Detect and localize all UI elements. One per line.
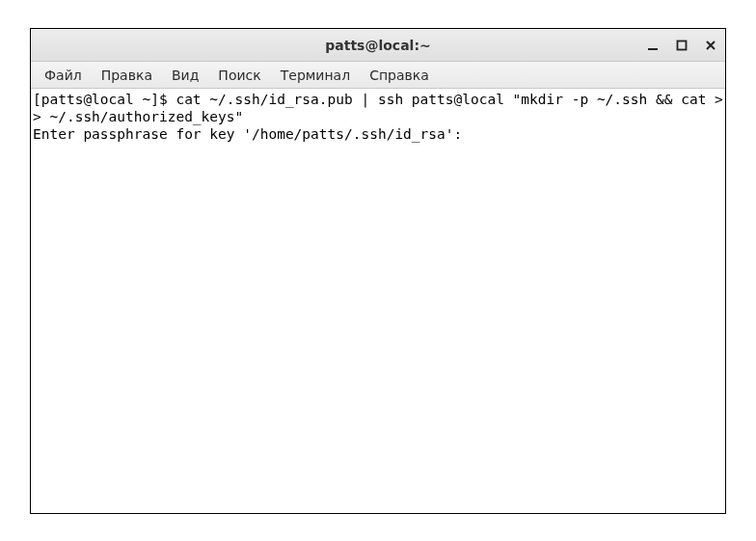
svg-rect-0	[648, 48, 658, 50]
menu-view[interactable]: Вид	[162, 65, 208, 86]
menu-help[interactable]: Справка	[360, 65, 439, 86]
svg-rect-1	[678, 41, 687, 49]
window-title: patts@local:~	[31, 38, 725, 53]
terminal-window: patts@local:~ Файл Правка Вид	[30, 28, 726, 514]
terminal-line-1: [patts@local ~]$ cat ~/.ssh/id_rsa.pub |…	[33, 92, 723, 124]
close-icon	[705, 40, 716, 51]
menu-edit[interactable]: Правка	[92, 65, 162, 86]
terminal-output[interactable]: [patts@local ~]$ cat ~/.ssh/id_rsa.pub |…	[31, 89, 725, 513]
maximize-icon	[676, 40, 688, 51]
menu-terminal[interactable]: Терминал	[271, 65, 360, 86]
close-button[interactable]	[702, 37, 719, 54]
menu-file[interactable]: Файл	[35, 65, 92, 86]
titlebar: patts@local:~	[31, 29, 725, 62]
window-controls	[644, 29, 719, 61]
terminal-line-2: Enter passphrase for key '/home/patts/.s…	[33, 126, 462, 142]
minimize-icon	[647, 40, 659, 51]
menu-search[interactable]: Поиск	[208, 65, 270, 86]
minimize-button[interactable]	[644, 37, 662, 54]
menubar: Файл Правка Вид Поиск Терминал Справка	[31, 62, 725, 89]
maximize-button[interactable]	[673, 37, 690, 54]
